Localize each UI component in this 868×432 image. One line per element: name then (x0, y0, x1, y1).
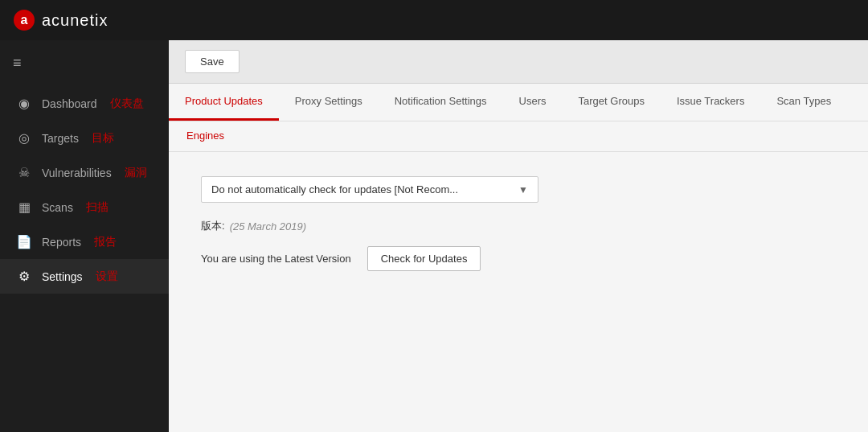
logo: a acunetix (13, 9, 108, 31)
sidebar-item-chinese: 设置 (96, 269, 118, 284)
subtab-engines[interactable]: Engines (175, 121, 235, 151)
svg-text:a: a (21, 13, 28, 27)
logo-icon: a (13, 9, 35, 31)
tab-notification-settings[interactable]: Notification Settings (379, 84, 503, 121)
update-dropdown-row: Do not automatically check for updates [… (201, 176, 836, 203)
sidebar-item-label: Settings (42, 270, 83, 283)
logo-text: acunetix (42, 11, 108, 30)
sidebar-item-label: Vulnerabilities (42, 167, 112, 179)
tab-target-groups[interactable]: Target Groups (563, 84, 661, 121)
sidebar-toggle[interactable]: ≡ (0, 47, 169, 80)
tab-label: Issue Trackers (677, 95, 745, 107)
version-label: 版本: (201, 219, 225, 233)
tab-label: Users (519, 95, 547, 107)
tab-users[interactable]: Users (503, 84, 563, 121)
tabs-bar: Product Updates Proxy Settings Notificat… (169, 84, 868, 121)
subtabs-bar: Engines (169, 121, 868, 152)
sidebar-item-dashboard[interactable]: ◉ Dashboard 仪表盘 (0, 86, 169, 121)
main-layout: ≡ ◉ Dashboard 仪表盘 ◎ Targets 目标 ☠ Vulnera… (0, 40, 868, 432)
scans-icon: ▦ (16, 200, 32, 215)
sidebar-item-label: Dashboard (42, 97, 97, 110)
update-dropdown[interactable]: Do not automatically check for updates [… (201, 176, 538, 203)
toolbar: Save (169, 40, 868, 84)
tab-label: Scan Types (776, 95, 831, 107)
sidebar-item-label: Scans (42, 201, 73, 214)
tab-label: Proxy Settings (295, 95, 362, 107)
latest-version-row: You are using the Latest Version Check f… (201, 246, 836, 271)
sidebar-item-chinese: 扫描 (86, 200, 108, 215)
content-area: Save Product Updates Proxy Settings Noti… (169, 40, 868, 432)
tab-issue-trackers[interactable]: Issue Trackers (661, 84, 761, 121)
sidebar-item-label: Targets (42, 132, 79, 145)
version-date: (25 March 2019) (230, 220, 306, 232)
check-updates-button[interactable]: Check for Updates (367, 246, 481, 271)
targets-icon: ◎ (16, 130, 32, 146)
vulnerabilities-icon: ☠ (16, 165, 32, 180)
version-row: 版本: (25 March 2019) (201, 219, 836, 233)
chevron-down-icon: ▼ (518, 184, 528, 195)
page-content: Do not automatically check for updates [… (169, 152, 868, 432)
sidebar-item-vulnerabilities[interactable]: ☠ Vulnerabilities 漏洞 (0, 155, 169, 190)
sidebar-item-reports[interactable]: 📄 Reports 报告 (0, 224, 169, 259)
dashboard-icon: ◉ (16, 96, 32, 111)
tab-label: Notification Settings (395, 95, 487, 107)
sidebar-item-scans[interactable]: ▦ Scans 扫描 (0, 190, 169, 224)
sidebar-item-targets[interactable]: ◎ Targets 目标 (0, 121, 169, 155)
sidebar-item-chinese: 目标 (92, 131, 114, 146)
dropdown-value: Do not automatically check for updates [… (211, 183, 458, 195)
topbar: a acunetix (0, 0, 868, 40)
sidebar-item-settings[interactable]: ⚙ Settings 设置 (0, 259, 169, 294)
tab-scan-types[interactable]: Scan Types (760, 84, 847, 121)
tab-proxy-settings[interactable]: Proxy Settings (279, 84, 379, 121)
tab-product-updates[interactable]: Product Updates (169, 84, 279, 121)
sidebar-item-label: Reports (42, 236, 81, 249)
settings-icon: ⚙ (16, 269, 32, 284)
tab-label: Target Groups (579, 95, 645, 107)
reports-icon: 📄 (16, 234, 32, 249)
save-button[interactable]: Save (185, 50, 240, 73)
tab-label: Product Updates (185, 95, 263, 107)
menu-toggle-icon: ≡ (13, 55, 22, 71)
sidebar-item-chinese: 报告 (94, 235, 117, 249)
sidebar: ≡ ◉ Dashboard 仪表盘 ◎ Targets 目标 ☠ Vulnera… (0, 40, 169, 432)
sidebar-item-chinese: 漏洞 (125, 166, 147, 180)
latest-version-text: You are using the Latest Version (201, 253, 351, 265)
sidebar-item-chinese: 仪表盘 (110, 97, 144, 111)
